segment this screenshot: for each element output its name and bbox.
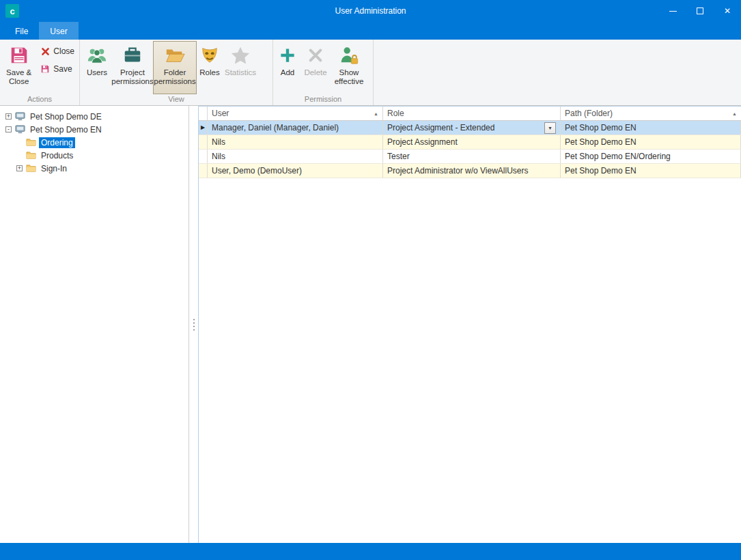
delete-button: Delete [300,41,331,94]
tree-item-label: Pet Shop Demo DE [28,111,104,122]
path-cell[interactable]: Pet Shop Demo EN [561,135,741,149]
plus-icon [277,44,298,66]
tree-item-pet-shop-demo-en[interactable]: - Pet Shop Demo EN [0,123,188,136]
main-area: + Pet Shop Demo DE - Pet Shop Demo EN Or… [0,106,741,543]
tree-item-sign-in[interactable]: + Sign-In [0,162,188,175]
grid-row-manager-daniel[interactable]: ▶ Manager, Daniel (Manager, Daniel) Proj… [199,121,741,135]
ribbon-group-permission: Add Delete Show effective Permission [273,40,374,105]
roles-label: Roles [199,68,219,77]
maximize-icon [697,8,703,14]
tree-item-products[interactable]: Products [0,149,188,162]
minimize-button[interactable] [659,0,686,22]
users-label: Users [87,68,107,77]
maximize-button[interactable] [686,0,714,22]
role-cell[interactable]: Tester [383,150,561,163]
ribbon-group-view: Users Project permissions Folder permiss… [80,40,273,105]
path-cell[interactable]: Pet Shop Demo EN [561,121,741,135]
save-button[interactable]: Save [37,62,77,76]
column-header-user[interactable]: User ▲ [208,107,383,120]
project-permissions-label: Project permissions [111,68,153,86]
open-folder-icon [164,44,186,66]
close-window-button[interactable]: ✕ [714,0,741,22]
tree-item-pet-shop-demo-de[interactable]: + Pet Shop Demo DE [0,110,188,123]
star-icon [229,44,251,66]
tab-file[interactable]: File [4,22,39,40]
folder-permissions-label: Folder permissions [154,68,195,86]
user-cell[interactable]: Manager, Daniel (Manager, Daniel) [208,121,383,135]
splitter-handle-icon [193,319,195,331]
project-permissions-button[interactable]: Project permissions [112,41,153,94]
grid-row-nils-tester[interactable]: Nils Tester Pet Shop Demo EN/Ordering [199,150,741,164]
column-header-role[interactable]: Role [383,107,561,120]
user-cell[interactable]: User, Demo (DemoUser) [208,164,383,178]
statistics-label: Statistics [225,68,256,77]
close-button[interactable]: Close [37,44,77,58]
roles-button[interactable]: Roles [197,41,223,94]
ribbon-group-actions: Save & Close Close Save [0,40,80,105]
grid-row-nils-assignment[interactable]: Nils Project Assignment Pet Shop Demo EN [199,135,741,150]
folder-icon [25,163,36,174]
row-indicator-header [199,107,208,120]
save-and-close-label: Save & Close [3,68,34,86]
folder-icon [25,137,36,148]
group-caption-view: View [80,94,272,105]
role-dropdown-button[interactable]: ▼ [544,122,556,134]
tree-item-ordering[interactable]: Ordering [0,136,188,149]
show-effective-button[interactable]: Show effective [331,41,367,94]
folder-permissions-button[interactable]: Folder permissions [153,41,197,94]
dropdown-arrow-icon: ▼ [548,126,553,130]
column-header-path-label: Path (Folder) [565,109,613,118]
column-header-path[interactable]: Path (Folder) ▲ [561,107,741,120]
role-cell[interactable]: Project Administrator w/o ViewAllUsers [383,164,561,178]
app-window: c User Administration ✕ File User Save &… [0,0,741,560]
column-header-user-label: User [212,109,229,118]
tree-item-label: Pet Shop Demo EN [28,124,104,135]
delete-x-icon [305,44,326,66]
folder-tree: + Pet Shop Demo DE - Pet Shop Demo EN Or… [0,106,189,543]
close-label: Close [53,46,74,56]
role-cell-text: Project Assigment - Extended [387,123,494,132]
path-cell[interactable]: Pet Shop Demo EN [561,164,741,178]
ribbon: Save & Close Close Save [0,40,741,106]
mask-icon [199,44,221,66]
role-cell[interactable]: Project Assignment [383,135,561,149]
expand-icon[interactable]: + [16,165,23,171]
save-label: Save [53,64,72,74]
row-indicator-cell [199,164,208,178]
tab-user[interactable]: User [39,22,78,40]
splitter[interactable] [189,106,198,543]
grid-header: User ▲ Role Path (Folder) ▲ [199,107,741,121]
titlebar: c User Administration ✕ [0,0,741,22]
close-red-icon [40,46,51,57]
app-icon: c [5,4,19,18]
save-icon [40,64,51,74]
group-caption-actions: Actions [0,94,79,105]
project-icon [14,111,25,122]
add-button[interactable]: Add [275,41,300,94]
briefcase-icon [122,44,143,66]
window-controls: ✕ [659,0,741,22]
row-indicator-cell: ▶ [199,121,208,135]
add-label: Add [281,68,294,77]
users-button[interactable]: Users [82,41,112,94]
ribbon-filler [374,40,741,105]
users-icon [86,44,108,66]
role-cell[interactable]: Project Assigment - Extended ▼ [383,121,561,135]
row-indicator-cell [199,150,208,163]
show-effective-label: Show effective [333,68,365,86]
path-cell[interactable]: Pet Shop Demo EN/Ordering [561,150,741,163]
column-header-role-label: Role [387,109,404,118]
collapse-icon[interactable]: - [5,126,12,132]
save-close-icon [8,44,30,66]
sort-ascending-icon: ▲ [729,111,737,116]
save-and-close-button[interactable]: Save & Close [2,41,36,94]
current-row-indicator-icon: ▶ [201,125,205,130]
grid-row-user-demo[interactable]: User, Demo (DemoUser) Project Administra… [199,164,741,178]
tree-item-label: Sign-In [39,163,69,174]
sort-ascending-icon: ▲ [371,111,378,116]
folder-icon [25,150,36,161]
user-cell[interactable]: Nils [208,150,383,163]
statistics-button: Statistics [223,41,258,94]
expand-icon[interactable]: + [5,113,12,120]
user-cell[interactable]: Nils [208,135,383,149]
